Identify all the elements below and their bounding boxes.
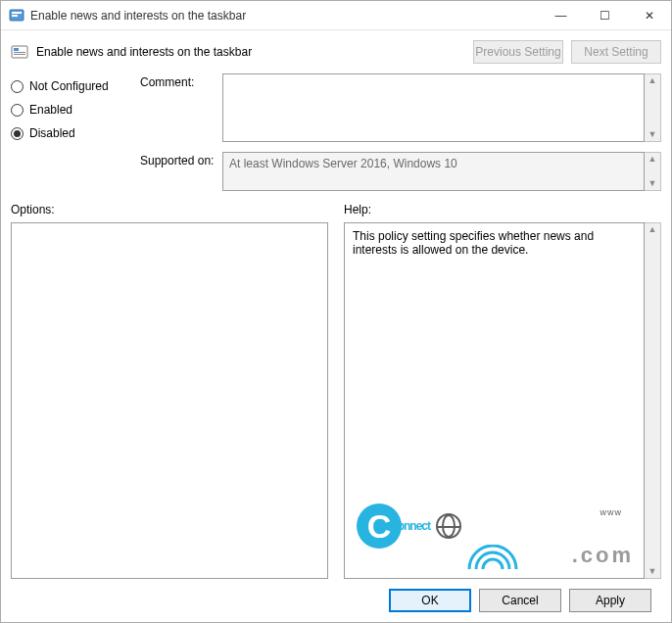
setting-nav: Previous Setting Next Setting bbox=[473, 40, 661, 64]
titlebar: Enable news and interests on the taskbar… bbox=[1, 1, 671, 30]
supported-label: Supported on: bbox=[140, 152, 216, 168]
header-row: Enable news and interests on the taskbar… bbox=[1, 30, 671, 72]
watermark: www C onnect .com bbox=[357, 503, 634, 568]
previous-setting-button[interactable]: Previous Setting bbox=[473, 40, 563, 64]
comment-label: Comment: bbox=[140, 73, 216, 89]
top-section: Not Configured Enabled Disabled Comment: bbox=[11, 73, 661, 191]
radio-label: Enabled bbox=[29, 103, 72, 117]
chevron-up-icon: ▲ bbox=[648, 74, 657, 87]
options-label: Options: bbox=[11, 203, 328, 216]
policy-icon bbox=[9, 8, 24, 24]
watermark-com: .com bbox=[572, 543, 634, 568]
radio-not-configured[interactable]: Not Configured bbox=[11, 79, 128, 93]
watermark-c-icon: C bbox=[357, 503, 402, 549]
help-label: Help: bbox=[344, 203, 661, 216]
svg-rect-4 bbox=[14, 48, 19, 51]
svg-rect-2 bbox=[12, 15, 18, 17]
apply-button[interactable]: Apply bbox=[569, 589, 651, 612]
options-pane: Options: bbox=[11, 203, 328, 579]
radio-enabled[interactable]: Enabled bbox=[11, 103, 128, 117]
maximize-button[interactable]: ☐ bbox=[583, 1, 627, 29]
chevron-up-icon: ▲ bbox=[648, 223, 657, 236]
wifi-icon bbox=[464, 545, 521, 574]
policy-item-icon bbox=[11, 43, 28, 61]
chevron-down-icon: ▼ bbox=[648, 565, 657, 578]
scrollbar[interactable]: ▲ ▼ bbox=[645, 73, 661, 142]
window-controls: — ☐ ✕ bbox=[539, 1, 671, 29]
svg-rect-1 bbox=[12, 12, 22, 14]
chevron-up-icon: ▲ bbox=[648, 153, 657, 166]
footer-buttons: OK Cancel Apply bbox=[11, 579, 661, 622]
radio-icon bbox=[11, 127, 24, 140]
header-title: Enable news and interests on the taskbar bbox=[36, 45, 465, 59]
field-column: Comment: ▲ ▼ Supported on: At least Wind… bbox=[140, 73, 661, 191]
radio-icon bbox=[11, 80, 24, 93]
window-title: Enable news and interests on the taskbar bbox=[30, 9, 539, 23]
minimize-button[interactable]: — bbox=[539, 1, 583, 29]
help-pane: Help: This policy setting specifies whet… bbox=[344, 203, 661, 579]
next-setting-button[interactable]: Next Setting bbox=[571, 40, 661, 64]
comment-row: Comment: ▲ ▼ bbox=[140, 73, 661, 142]
svg-rect-5 bbox=[14, 52, 25, 53]
dialog-body: Not Configured Enabled Disabled Comment: bbox=[1, 72, 671, 622]
supported-row: Supported on: At least Windows Server 20… bbox=[140, 152, 661, 191]
supported-on-value: At least Windows Server 2016, Windows 10 bbox=[222, 152, 645, 191]
radio-label: Disabled bbox=[29, 126, 75, 140]
watermark-brand: onnect bbox=[398, 519, 430, 533]
ok-button[interactable]: OK bbox=[389, 589, 471, 612]
comment-textarea[interactable] bbox=[222, 73, 645, 142]
help-text: This policy setting specifies whether ne… bbox=[353, 229, 594, 257]
close-button[interactable]: ✕ bbox=[627, 1, 671, 29]
cancel-button[interactable]: Cancel bbox=[479, 589, 561, 612]
radio-label: Not Configured bbox=[29, 79, 109, 93]
state-radios: Not Configured Enabled Disabled bbox=[11, 73, 128, 191]
svg-rect-6 bbox=[14, 54, 25, 55]
chevron-down-icon: ▼ bbox=[648, 177, 657, 190]
options-content bbox=[11, 222, 328, 579]
globe-icon bbox=[436, 513, 461, 539]
radio-disabled[interactable]: Disabled bbox=[11, 126, 128, 140]
help-content: This policy setting specifies whether ne… bbox=[344, 222, 645, 579]
chevron-down-icon: ▼ bbox=[648, 128, 657, 141]
panes: Options: Help: This policy setting speci… bbox=[11, 203, 661, 579]
radio-icon bbox=[11, 104, 24, 117]
scrollbar[interactable]: ▲ ▼ bbox=[645, 222, 661, 579]
scrollbar[interactable]: ▲ ▼ bbox=[645, 152, 661, 191]
watermark-www: www bbox=[600, 507, 623, 517]
gpo-editor-window: Enable news and interests on the taskbar… bbox=[0, 0, 672, 623]
